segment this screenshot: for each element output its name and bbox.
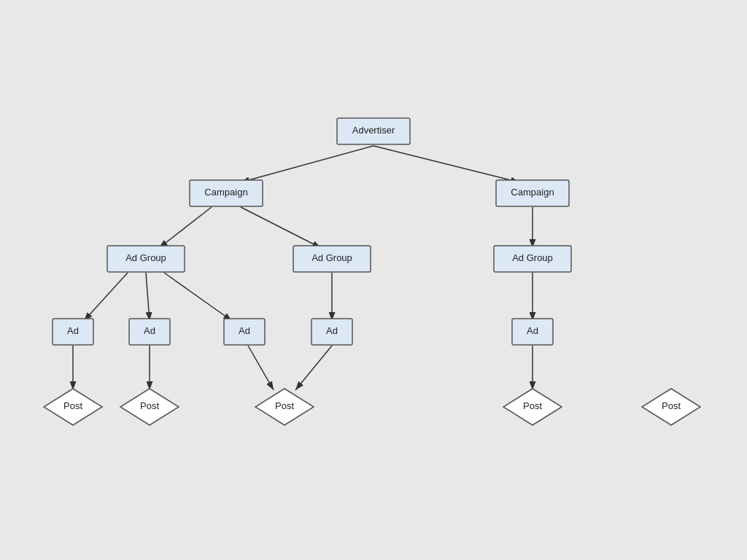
edge-ag1-ad1 [84,273,128,321]
ad1-label: Ad [67,325,79,336]
node-adgroup3: Ad Group [494,246,571,272]
node-ad2: Ad [129,319,170,345]
adgroup3-label: Ad Group [512,252,553,263]
edge-camp1-ag2 [241,207,321,248]
node-post1: Post [44,389,102,425]
node-post2: Post [120,389,179,425]
ad3-label: Ad [239,325,250,336]
edge-ag1-ad2 [146,273,150,321]
node-advertiser: Advertiser [337,118,410,144]
node-ad1: Ad [53,319,93,345]
node-adgroup2: Ad Group [293,246,371,272]
node-adgroup1: Ad Group [107,246,185,272]
diagram-svg: Advertiser Campaign Campaign Ad Group Ad… [0,0,747,560]
campaign1-label: Campaign [204,187,247,198]
campaign2-label: Campaign [511,187,554,198]
ad5-label: Ad [527,325,538,336]
node-ad3: Ad [224,319,265,345]
adgroup2-label: Ad Group [311,252,352,263]
edge-adv-camp2 [374,146,519,182]
node-post4: Post [503,389,562,425]
advertiser-label: Advertiser [352,125,395,136]
post5-label: Post [662,400,681,411]
ad2-label: Ad [144,325,155,336]
node-campaign1: Campaign [190,180,263,206]
node-post5: Post [642,389,700,425]
ad4-label: Ad [326,325,338,336]
node-ad4: Ad [311,319,352,345]
node-post3: Post [255,389,314,425]
post2-label: Post [140,400,159,411]
edge-adv-camp1 [241,146,374,182]
post4-label: Post [523,400,542,411]
edge-ag1-ad3 [164,273,232,321]
edge-ad4-post3 [295,346,332,390]
node-campaign2: Campaign [496,180,569,206]
edge-camp1-ag1 [159,207,212,248]
post1-label: Post [63,400,82,411]
edge-ad3-post3 [248,346,274,390]
post3-label: Post [275,400,294,411]
adgroup1-label: Ad Group [125,252,166,263]
node-ad5: Ad [512,319,553,345]
